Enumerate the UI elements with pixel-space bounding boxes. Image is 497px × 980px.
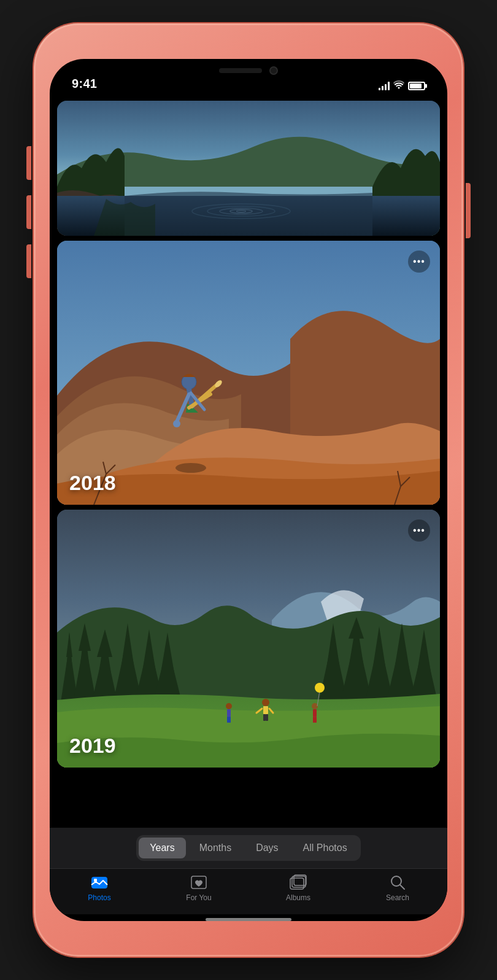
segment-bar: Years Months Days All Photos [50,828,447,868]
home-indicator [206,918,291,921]
photo-card-2018[interactable]: 2018 ••• [57,241,440,505]
albums-icon [290,874,307,891]
svg-point-25 [315,683,325,693]
svg-point-13 [226,703,232,709]
mountain-scene-image [57,510,440,768]
svg-rect-23 [313,717,315,723]
svg-rect-22 [313,709,317,717]
photo-card-lake[interactable] [57,101,440,236]
svg-point-11 [175,463,206,473]
year-label-2018: 2018 [69,471,116,495]
for-you-icon [190,874,207,891]
segment-pill: Years Months Days All Photos [136,835,360,861]
tab-for-you-label: For You [186,893,211,902]
svg-rect-16 [229,717,231,723]
phone-screen: 9:41 [50,59,447,921]
battery-icon [408,82,425,90]
speaker [219,68,262,73]
photos-icon [91,874,108,891]
lake-scene-image [57,101,440,236]
svg-rect-15 [227,717,229,723]
segment-months[interactable]: Months [188,838,242,858]
tab-photos-label: Photos [88,893,110,902]
tab-albums[interactable]: Albums [277,874,320,902]
tab-for-you[interactable]: For You [177,874,220,902]
svg-point-10 [173,420,180,427]
more-button-2018[interactable]: ••• [408,251,430,273]
svg-rect-20 [266,714,268,721]
status-icons [379,80,425,91]
photo-card-2019[interactable]: 2019 ••• [57,510,440,768]
tab-albums-label: Albums [286,893,310,902]
svg-point-28 [94,879,97,882]
photo-scroll-area[interactable]: 2018 ••• [50,59,447,828]
more-button-2019[interactable]: ••• [408,519,430,542]
more-dots-icon: ••• [413,257,425,266]
more-dots-icon-2: ••• [413,526,425,535]
svg-rect-24 [315,717,317,723]
tab-bar: Photos For You [50,868,447,914]
segment-years[interactable]: Years [139,838,185,858]
svg-rect-18 [263,706,268,714]
camera [269,66,278,75]
phone-shell: 9:41 [34,23,463,957]
svg-point-17 [262,699,269,706]
status-time: 9:41 [72,77,97,91]
signal-bars-icon [379,82,390,90]
segment-days[interactable]: Days [245,838,289,858]
phone-wrapper: 9:41 [0,0,497,980]
tab-photos[interactable]: Photos [78,874,121,902]
tab-search-label: Search [386,893,409,902]
tab-search[interactable]: Search [376,874,419,902]
segment-all-photos[interactable]: All Photos [292,838,358,858]
notch [193,59,304,82]
search-icon [389,874,406,891]
svg-rect-14 [227,709,231,717]
svg-rect-19 [263,714,266,721]
wifi-icon [393,80,404,91]
desert-scene-image [57,241,440,505]
year-label-2019: 2019 [69,734,116,758]
svg-point-21 [312,703,318,709]
